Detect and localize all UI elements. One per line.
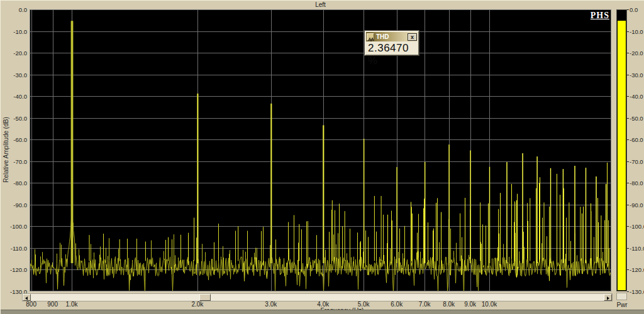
meter-tick-mark (627, 205, 629, 205)
meter-tick-mark (627, 183, 629, 183)
x-tick-label: 6.0k (391, 301, 402, 308)
x-tick-label: 1.0k (66, 301, 78, 308)
y-tick-label: -30.0 (2, 72, 27, 78)
y-tick-label: -100.0 (2, 223, 27, 230)
scroll-right-button[interactable] (604, 294, 612, 301)
thd-close-button[interactable]: x (408, 33, 417, 41)
meter-tick-label: -110.0 (630, 245, 644, 252)
y-tick-label: -120.0 (2, 266, 27, 273)
power-meter-label: Pwr (613, 301, 631, 308)
thd-titlebar[interactable]: THD x (366, 32, 418, 41)
meter-tick-label: -100.0 (630, 223, 644, 230)
meter-tick-mark (627, 118, 629, 119)
thd-value: 2.36470 % (368, 42, 419, 67)
y-tick-label: -40.0 (2, 93, 27, 100)
meter-tick-label: -50.0 (630, 115, 643, 122)
y-tick-label: -70.0 (2, 158, 27, 165)
meter-tick-mark (627, 9, 629, 10)
x-tick-label: 900 (47, 301, 58, 308)
y-tick-label: -60.0 (2, 136, 27, 143)
x-tick-label: 800 (26, 301, 36, 308)
y-tick-label: -50.0 (2, 115, 27, 122)
frequency-scrollbar[interactable] (22, 293, 613, 301)
meter-tick-mark (627, 291, 629, 292)
meter-tick-mark (627, 75, 629, 75)
meter-tick-mark (627, 53, 629, 53)
y-tick-label: -80.0 (2, 180, 27, 187)
meter-tick-mark (627, 248, 629, 249)
y-tick-label: -90.0 (2, 202, 27, 208)
x-tick-label: 9.0k (464, 301, 476, 308)
meter-tick-label: -130.0 (630, 288, 644, 295)
meter-tick-label: -80.0 (630, 180, 643, 187)
window-bottom-edge (1, 310, 644, 314)
x-tick-label: 10.0k (482, 301, 497, 308)
meter-tick-mark (627, 31, 629, 32)
waveform-icon (367, 33, 374, 41)
meter-tick-mark (627, 161, 629, 162)
scroll-left-button[interactable] (23, 294, 31, 301)
scroll-left-icon (25, 296, 28, 300)
meter-tick-label: 0.0 (630, 6, 638, 13)
meter-tick-mark (627, 269, 629, 270)
y-tick-label: 0.0 (2, 6, 27, 13)
meter-tick-label: -30.0 (630, 72, 643, 78)
thd-mini-window[interactable]: THD x 2.36470 % (364, 30, 419, 56)
meter-tick-mark (627, 96, 629, 97)
meter-tick-label: -40.0 (630, 93, 643, 100)
y-tick-label: -10.0 (2, 28, 27, 35)
analyzer-window: Left Relative Amplitude (dB) PHS 0.0-10.… (0, 0, 644, 314)
power-meter (616, 9, 627, 291)
meter-tick-label: -60.0 (630, 136, 643, 143)
meter-tick-label: -10.0 (630, 28, 643, 35)
meter-tick-mark (627, 139, 629, 140)
x-tick-label: 3.0k (265, 301, 277, 308)
x-tick-label: 8.0k (443, 301, 455, 308)
meter-tick-label: -70.0 (630, 158, 643, 165)
meter-tick-label: -120.0 (630, 266, 644, 273)
meter-tick-label: -20.0 (630, 50, 643, 57)
channel-title: Left (30, 1, 611, 8)
scrollbar-thumb[interactable] (199, 294, 211, 301)
scroll-right-icon (607, 296, 609, 300)
meter-tick-label: -90.0 (630, 202, 643, 208)
thd-window-title: THD (376, 33, 408, 40)
phs-watermark: PHS (554, 11, 609, 21)
x-tick-label: 2.0k (191, 301, 203, 308)
y-tick-label: -20.0 (2, 50, 27, 57)
power-meter-peak-box (616, 293, 627, 300)
x-tick-label: 7.0k (419, 301, 431, 308)
y-tick-label: -110.0 (2, 245, 27, 252)
meter-tick-mark (627, 226, 629, 227)
spectrum-plot[interactable] (30, 9, 611, 291)
power-meter-bar (618, 21, 626, 290)
